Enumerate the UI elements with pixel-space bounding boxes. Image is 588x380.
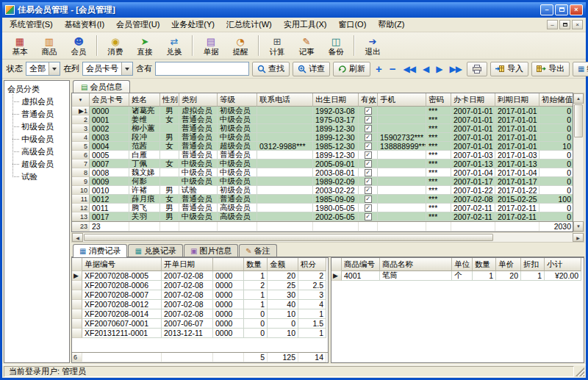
scrollbar-thumb[interactable] — [574, 104, 583, 137]
valid-checkbox[interactable]: ✓ — [365, 143, 372, 150]
menu-item-7[interactable]: 帮助(Z) — [372, 18, 410, 32]
table-row[interactable]: XF20070208-00122007-02-0800001404 — [72, 300, 328, 309]
valid-checkbox[interactable]: ✓ — [365, 134, 372, 141]
column-header-2[interactable] — [213, 258, 244, 271]
scrollbar-track[interactable] — [494, 233, 573, 242]
table-row[interactable]: 40003段冲男普通会员中级会员1899-12-30✓15902732*****… — [72, 133, 573, 142]
toolbar-button-calc[interactable]: ⊞计算 — [262, 34, 292, 58]
toolbar-button-backup[interactable]: ◫备份 — [321, 34, 351, 58]
mdi-restore-button[interactable] — [559, 20, 570, 29]
valid-checkbox[interactable]: ✓ — [365, 151, 372, 159]
valid-checkbox[interactable]: ✓ — [365, 213, 372, 221]
tab-3[interactable]: ✎备注 — [239, 244, 276, 257]
column-header-10[interactable]: 办卡日期 — [451, 93, 495, 107]
scrollbar-thumb[interactable] — [84, 234, 493, 241]
toolbar-button-goods[interactable]: ▥商品 — [35, 34, 64, 58]
column-header-1[interactable]: 姓名 — [129, 93, 160, 107]
add-record-button[interactable]: + — [373, 62, 384, 75]
delete-record-button[interactable]: − — [387, 62, 398, 75]
toolbar-button-bill[interactable]: ▤单据 — [196, 34, 226, 58]
valid-checkbox[interactable]: ✓ — [365, 169, 372, 176]
table-row[interactable]: 120011腾飞男普通会员高级会员1980-05-05✓***2007-02-1… — [72, 204, 573, 212]
toolbar-button-remind[interactable]: ◔提醒 — [226, 34, 255, 58]
tab-2[interactable]: ▣图片信息 — [184, 244, 238, 257]
menu-item-0[interactable]: 系统管理(S) — [4, 18, 59, 32]
menu-item-4[interactable]: 汇总统计(W) — [220, 18, 278, 32]
toolbar-button-exit[interactable]: ➔退出 — [358, 34, 387, 58]
table-row[interactable]: 60005白雁普通会员普通会员1899-12-30✓***2007-01-032… — [72, 151, 573, 159]
table-row[interactable]: ▶10000诸葛亮男虚拟会员初级会员1992-03-08✓***2007-01-… — [72, 107, 573, 115]
column-header-2[interactable]: 性别 — [160, 93, 179, 107]
table-row[interactable]: 70007丁佩女中级会员中级会员2005-09-01✓***2007-01-13… — [72, 159, 573, 168]
table-row[interactable]: 90009何影中级会员中级会员1989-02-09✓***2007-01-172… — [72, 177, 573, 186]
minimize-button[interactable]: – — [540, 4, 553, 15]
scrollbar-track[interactable] — [573, 138, 584, 221]
column-header-3[interactable]: 类别 — [179, 93, 218, 107]
tree-item-3[interactable]: 中级会员 — [12, 133, 68, 146]
refresh-button[interactable]: 刷新 — [333, 62, 370, 76]
horizontal-scrollbar[interactable]: ◀ ▶ — [71, 233, 584, 243]
table-row[interactable]: ▶4001笔筒个1201¥20.00 — [331, 271, 584, 281]
table-row[interactable]: XF20070208-00072007-02-0800001303 — [72, 290, 328, 300]
next-record-button[interactable]: ▶ — [434, 64, 444, 74]
tree-item-4[interactable]: 高级会员 — [12, 146, 68, 158]
valid-checkbox[interactable]: ✓ — [365, 116, 372, 123]
valid-checkbox[interactable]: ✓ — [365, 204, 372, 212]
menu-item-5[interactable]: 实用工具(X) — [278, 18, 333, 32]
import-button[interactable]: 导入 — [490, 62, 528, 76]
column-header-6[interactable]: 小计 — [545, 258, 581, 271]
valid-checkbox[interactable]: ✓ — [365, 196, 372, 203]
table-row[interactable]: 110012薛月痕女普通会员普通会员1985-09-09✓***2007-02-… — [72, 195, 573, 204]
valid-checkbox[interactable]: ✓ — [365, 160, 372, 168]
column-header-1[interactable]: 商品名称 — [380, 258, 452, 271]
tab-member-info[interactable]: ▤ 会员信息 — [73, 80, 130, 93]
column-header-12[interactable]: 初始储值 — [539, 93, 573, 107]
table-row[interactable]: 50004范茜女普通会员超级会员0312-9988***1985-12-30✓1… — [72, 142, 573, 151]
column-header-2[interactable]: 单位 — [452, 258, 473, 271]
table-row[interactable]: XF20131211-00012013-12-1100000101 — [72, 329, 328, 338]
table-row[interactable]: 30002柳小蕙普通会员初级会员1899-12-30✓***2007-01-01… — [72, 124, 573, 133]
toolbar-button-basic[interactable]: ▦基本 — [5, 34, 35, 58]
column-header-3[interactable]: 数量 — [244, 258, 268, 271]
detail-dropdown-button[interactable]: ▦ 细节 — [573, 62, 588, 76]
scroll-up-button[interactable]: ▲ — [573, 93, 584, 104]
table-row[interactable]: ▶XF20070208-00052007-02-0800001202 — [72, 271, 328, 281]
column-header-4[interactable]: 金额 — [268, 258, 298, 271]
table-row[interactable]: XF20070208-00062007-02-0800002252.5 — [72, 281, 328, 290]
tree-item-6[interactable]: 试验 — [12, 171, 68, 183]
tree-item-2[interactable]: 初级会员 — [12, 121, 68, 133]
column-header-4[interactable]: 单价 — [496, 258, 521, 271]
table-row[interactable]: 130017关羽男中级会员高级会员2002-05-05✓***2007-02-1… — [72, 212, 573, 221]
column-header-3[interactable]: 数量 — [473, 258, 496, 271]
mdi-minimize-button[interactable]: – — [547, 20, 558, 29]
scroll-down-button[interactable]: ▼ — [573, 221, 584, 232]
status-select[interactable]: 全部 — [26, 62, 60, 76]
menu-item-6[interactable]: 窗口(O) — [332, 18, 372, 32]
menu-item-1[interactable]: 基础资料(I) — [59, 18, 110, 32]
column-header-9[interactable]: 密码 — [426, 93, 451, 107]
scroll-right-button[interactable]: ▶ — [573, 233, 584, 242]
print-button[interactable] — [467, 62, 487, 76]
vertical-scrollbar[interactable]: ▲ ▼ — [573, 93, 584, 232]
column-header-1[interactable]: 开单日期 — [162, 258, 213, 271]
column-header-7[interactable]: 有效 — [359, 93, 378, 107]
tree-item-0[interactable]: 虚拟会员 — [12, 96, 68, 108]
column-header-5[interactable]: 折扣 — [521, 258, 545, 271]
maximize-button[interactable] — [555, 4, 568, 15]
column-header-11[interactable]: 到期日期 — [495, 93, 539, 107]
tree-item-1[interactable]: 普通会员 — [12, 108, 68, 121]
menu-item-2[interactable]: 会员管理(U) — [110, 18, 165, 32]
toolbar-button-direct[interactable]: ➤直接 — [130, 34, 159, 58]
table-row[interactable]: 100010许褚男试验初级会员2003-02-22✓***2007-01-222… — [72, 186, 573, 195]
toolbar-button-member[interactable]: ☻会员 — [64, 34, 93, 58]
column-header-5[interactable]: 联系电话 — [257, 93, 313, 107]
toolbar-button-consume[interactable]: ◉消费 — [101, 34, 130, 58]
prev-record-button[interactable]: ◀ — [420, 64, 431, 74]
table-row[interactable]: XF20070607-00012007-06-070000001.5 — [72, 319, 328, 329]
find-button[interactable]: 查找 — [252, 62, 290, 76]
resize-grip[interactable] — [576, 368, 584, 376]
tab-1[interactable]: ▦兑换记录 — [128, 244, 182, 257]
valid-checkbox[interactable]: ✓ — [365, 125, 372, 132]
column-select[interactable]: 会员卡号 — [82, 62, 133, 76]
column-header-8[interactable]: 手机 — [378, 93, 426, 107]
